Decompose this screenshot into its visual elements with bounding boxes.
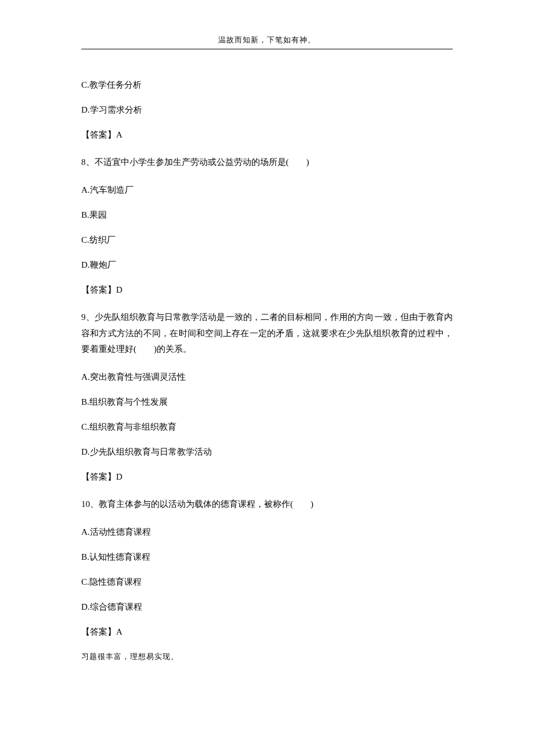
header-divider [81,49,453,49]
q8-option-a: A.汽车制造厂 [81,185,453,196]
q9-text: 9、少先队组织教育与日常教学活动是一致的，二者的目标相同，作用的方向一致，但由于… [81,309,453,358]
page-footer: 习题很丰富，理想易实现。 [81,651,453,662]
q8-answer: 【答案】D [81,285,453,296]
q9-option-b: B.组织教育与个性发展 [81,397,453,408]
q9-option-a: A.突出教育性与强调灵活性 [81,372,453,383]
q10-answer: 【答案】A [81,627,453,638]
q8-option-c: C.纺织厂 [81,235,453,246]
q10-option-b: B.认知性德育课程 [81,552,453,563]
q10-option-c: C.隐性德育课程 [81,577,453,588]
q8-option-b: B.果园 [81,210,453,221]
q9-option-d: D.少先队组织教育与日常教学活动 [81,447,453,458]
q7-option-d: D.学习需求分析 [81,105,453,116]
q10-option-d: D.综合德育课程 [81,602,453,613]
q7-option-c: C.教学任务分析 [81,80,453,91]
q9-answer: 【答案】D [81,471,453,483]
q8-text: 8、不适宜中小学生参加生产劳动或公益劳动的场所是( ) [81,154,453,171]
page-header: 温故而知新，下笔如有神。 [81,35,453,49]
q10-text: 10、教育主体参与的以活动为载体的德育课程，被称作( ) [81,496,453,513]
q8-option-d: D.鞭炮厂 [81,260,453,271]
q9-option-c: C.组织教育与非组织教育 [81,422,453,433]
document-page: 温故而知新，下笔如有神。 C.教学任务分析 D.学习需求分析 【答案】A 8、不… [0,0,534,685]
q7-answer: 【答案】A [81,129,453,141]
q10-option-a: A.活动性德育课程 [81,527,453,538]
